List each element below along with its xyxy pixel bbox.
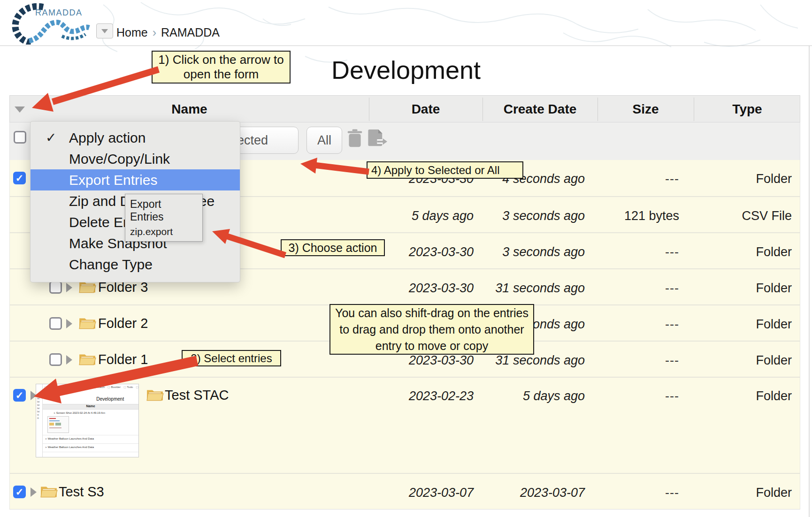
column-header-date[interactable]: Date: [369, 96, 483, 123]
thumbnail-bookmark: Weather: [56, 385, 70, 388]
row-date: 2023-03-30: [409, 353, 474, 368]
row-size: ---: [665, 353, 679, 368]
thumbnail-bookmark: RAMADDA: [73, 385, 91, 388]
row-type: Folder: [756, 172, 792, 186]
row-checkbox[interactable]: [49, 281, 62, 294]
breadcrumb-current: RAMADDA: [161, 26, 220, 39]
test-stac-thumbnail[interactable]: latlatlatlatlatlattittit MiscWeatherRAMA…: [36, 384, 139, 457]
thumbnail-ramadda-logo-icon: [44, 390, 54, 395]
row-type: CSV File: [742, 209, 792, 223]
header-divider: [369, 98, 369, 121]
row-size: ---: [665, 281, 679, 296]
checkmark-icon: ✓: [46, 127, 64, 148]
row-date: 2023-03-07: [409, 486, 474, 500]
expand-arrow-icon[interactable]: [31, 487, 37, 497]
row-create: 3 seconds ago: [502, 245, 585, 259]
row-checkbox[interactable]: ✓: [13, 389, 26, 402]
thumbnail-entry: Screen Shot 2023-02-24 At 4.49.19 Am: [54, 411, 105, 414]
thumbnail-bookmark: Current: [136, 385, 138, 388]
entry-name[interactable]: Test S3: [59, 484, 104, 500]
thumbnail-bookmarks-bar: MiscWeatherRAMADDAWatchBoulderTodoCurren…: [43, 384, 138, 389]
entry-name[interactable]: Folder 2: [98, 316, 148, 331]
expand-arrow-icon[interactable]: [66, 283, 72, 292]
thumbnail-breadcrumb: Top: [60, 391, 65, 394]
chevron-down-icon: [101, 29, 108, 33]
thumbnail-page-title: Development: [96, 396, 124, 402]
row-checkbox[interactable]: [49, 317, 62, 330]
callout-step1: 1) Click on the arrow to open the form: [152, 51, 291, 84]
thumbnail-mini-image: [47, 416, 69, 433]
tooltip-title: Export Entries: [130, 198, 198, 223]
breadcrumb-home-link[interactable]: Home: [116, 26, 148, 39]
thumbnail-bookmark: Watch: [93, 385, 105, 388]
tooltip-command: zip.export: [130, 226, 198, 237]
expand-arrow-icon[interactable]: [66, 319, 72, 328]
row-checkbox[interactable]: ✓: [13, 486, 26, 498]
breadcrumb: Home › RAMADDA: [116, 26, 220, 39]
thumbnail-entry: Weather Balloon Launches And Data: [46, 437, 94, 440]
row-create: 5 days ago: [523, 389, 585, 403]
folder-icon: [78, 316, 96, 330]
row-type: Folder: [756, 353, 792, 368]
row-size: ---: [665, 245, 679, 259]
callout-step3: 3) Choose action: [281, 239, 385, 256]
thumbnail-entry: Weather Balloon Launches And Data: [46, 445, 94, 449]
thumbnail-sidebar: latlatlatlatlatlattittit: [36, 384, 43, 457]
row-create: 31 seconds ago: [495, 353, 585, 368]
export-icon[interactable]: [366, 128, 387, 149]
thumbnail-content: MiscWeatherRAMADDAWatchBoulderTodoCurren…: [43, 384, 138, 457]
row-date: 5 days ago: [412, 209, 474, 223]
row-checkbox[interactable]: [49, 353, 62, 366]
menu-item-move-copy-link[interactable]: Move/Copy/Link: [31, 148, 240, 169]
delete-icon[interactable]: [347, 129, 363, 148]
row-type: Folder: [756, 486, 792, 500]
thumbnail-name-header: Name: [43, 404, 138, 410]
callout-step4: 4) Apply to Selected or All: [367, 161, 523, 179]
row-size: ---: [665, 317, 679, 332]
row-size: 121 bytes: [624, 209, 679, 223]
entry-name[interactable]: Test STAC: [165, 388, 229, 403]
folder-icon: [40, 485, 58, 499]
column-header-type[interactable]: Type: [694, 96, 801, 123]
row-size: ---: [665, 389, 679, 403]
top-nav: RAMADDA Home › RAMADDA: [0, 0, 812, 46]
thumbnail-bookmark: Todo: [123, 385, 133, 388]
select-all-checkbox[interactable]: [14, 131, 26, 144]
row-date: 2023-03-30: [409, 245, 474, 259]
row-date: 2023-02-23: [409, 389, 474, 403]
header-divider: [598, 98, 598, 121]
row-type: Folder: [756, 389, 792, 403]
column-header-name[interactable]: Name: [10, 96, 369, 123]
row-type: Folder: [756, 245, 792, 259]
column-header-size[interactable]: Size: [598, 96, 694, 123]
breadcrumb-separator: ›: [153, 26, 156, 39]
page-title: Development: [0, 55, 812, 84]
row-type: Folder: [756, 317, 792, 332]
header-divider: [694, 98, 694, 121]
menu-item-apply-action[interactable]: Apply action✓: [31, 127, 240, 148]
menu-item-change-type[interactable]: Change Type: [31, 254, 240, 275]
expand-arrow-icon[interactable]: [66, 355, 72, 365]
apply-to-all-button[interactable]: All: [306, 127, 342, 154]
row-create: 31 seconds ago: [495, 281, 585, 296]
logo-text: RAMADDA: [35, 8, 83, 18]
callout-step2: 2) Select entries: [182, 350, 281, 366]
column-header-create-date[interactable]: Create Date: [483, 96, 598, 123]
ramadda-page: RAMADDA Home › RAMADDA Development Name …: [0, 0, 812, 517]
action-tooltip: Export Entries zip.export: [125, 194, 203, 242]
thumbnail-logo-row: ▾ Top: [43, 389, 138, 395]
row-create: 2023-03-07: [520, 486, 585, 500]
table-row: ✓ Test S32023-03-072023-03-07---Folder: [10, 473, 800, 509]
row-date: 2023-03-30: [409, 281, 474, 296]
entry-name[interactable]: Folder 1: [98, 352, 148, 367]
breadcrumb-dropdown-button[interactable]: [96, 23, 113, 38]
header-divider: [483, 98, 483, 121]
thumbnail-bookmark: Boulder: [107, 385, 121, 388]
row-type: Folder: [756, 281, 792, 296]
menu-item-export-entries[interactable]: Export Entries: [31, 169, 240, 190]
row-size: ---: [665, 172, 679, 186]
row-checkbox[interactable]: ✓: [13, 172, 26, 184]
callout-drag-note: You can also shift-drag on the entries t…: [329, 304, 534, 355]
thumbnail-bookmark: Misc: [44, 385, 54, 388]
folder-icon: [78, 352, 96, 366]
